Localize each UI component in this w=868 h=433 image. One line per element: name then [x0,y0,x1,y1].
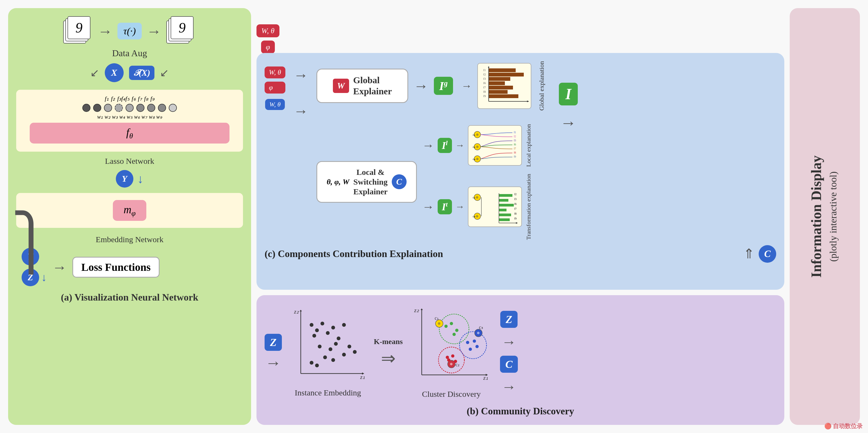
global-explanation-label: Global explanation [538,61,546,111]
community-content: Z → z₁ z₂ [265,303,776,403]
svg-point-105 [447,358,450,362]
svg-point-74 [323,355,327,359]
svg-point-107 [473,340,476,343]
svg-rect-46 [499,194,513,197]
w-badge: W [333,79,349,93]
svg-text:f1: f1 [514,131,516,134]
svg-rect-50 [499,213,511,216]
output-badges: Z → C → [500,311,518,395]
svg-marker-83 [421,309,423,310]
svg-rect-48 [499,204,514,206]
local-explanation-label: Local explanation [525,124,532,167]
svg-point-106 [466,341,469,344]
panel-explanation: W, θ φ W, θ → → W [256,53,784,290]
tau-box: τ(·) [118,23,142,39]
community-title: (b) Community Discovery [265,405,776,417]
svg-rect-49 [499,209,506,211]
data-aug-label: Data Aug [112,48,147,58]
left-inputs: W, θ φ W, θ [265,66,285,110]
svg-text:f2: f2 [514,193,517,196]
svg-point-98 [444,325,447,328]
input-digit-stack: 9 [63,16,93,46]
svg-marker-17 [488,66,490,67]
x-badge: X [105,63,124,82]
main-container: 9 → τ(·) → 9 Data Aug ↙ X 𝒯(X) ↙ [0,0,868,433]
svg-marker-59 [300,310,302,311]
explainers-container: W, θ φ W, θ → → W [265,61,776,240]
svg-rect-12 [489,90,507,94]
svg-text:f3: f3 [483,77,486,80]
w-theta-badge: W, θ [265,66,285,78]
transform-chart: ⊗ c₁ ⊗ c₃ f2 f3 f6 [468,186,522,227]
z-output-badge: Z [500,311,518,328]
watermark: 🔴 自动数位录 [824,422,863,430]
svg-text:c₃: c₃ [479,325,483,330]
output-arrows: → Il → ⊗ c₁ [422,124,532,239]
info-display-subtitle: (plotly interactive tool) [828,171,839,262]
info-display-title: Information Display (plotly interactive … [808,155,842,278]
cluster-container: z₁ z₂ ⊗ c₁ [411,307,492,387]
svg-point-109 [469,348,472,351]
svg-text:f8: f8 [483,90,486,93]
tx-badge: 𝒯(X) [129,66,155,80]
scatter-container: z₁ z₂ [290,309,366,385]
svg-point-108 [475,345,479,348]
svg-point-71 [329,347,332,351]
svg-text:⊗: ⊗ [477,331,480,335]
svg-point-75 [331,358,335,362]
cluster-discovery: z₁ z₂ ⊗ c₁ [411,307,492,399]
c-output-badge: C [500,356,518,373]
arrows-col: → → [293,66,308,119]
svg-text:⊗: ⊗ [476,195,478,199]
svg-text:f9: f9 [514,155,516,158]
arrow-2: → [147,23,161,40]
svg-rect-7 [489,68,516,72]
instance-embedding-label: Instance Embedding [295,388,361,397]
svg-point-68 [337,337,340,340]
svg-marker-54 [516,222,518,224]
svg-point-78 [310,361,313,365]
panel-information-display: Information Display (plotly interactive … [790,8,860,425]
svg-text:f7: f7 [514,207,517,210]
svg-text:c₁: c₁ [473,133,475,136]
it-badge: It [438,199,452,214]
global-explainer-box: W GlobalExplainer [316,69,408,103]
output-digit-stack: 9 [166,16,196,46]
feature-labels: f₁f₂f₃f₄f₅f₆f₇f₈f₉ [22,95,238,102]
svg-rect-13 [489,94,518,98]
svg-text:z₂: z₂ [294,309,299,315]
phi-input-badge: φ [261,40,275,54]
z-input-badge: Z [265,334,282,351]
loss-functions-box: Loss Functions [72,257,160,278]
kmeans-label: K-means [374,337,403,346]
explanation-bottom: (c) Components Contribution Explaination… [265,245,776,263]
svg-point-63 [315,328,319,332]
svg-point-101 [453,333,456,336]
c-badge-explainer: C [392,174,407,189]
svg-rect-8 [489,73,524,77]
svg-point-87 [438,347,464,373]
f-theta-box: fθ [30,123,229,144]
i-badge-right: I [559,83,578,106]
right-content: Information Display (plotly interactive … [808,16,842,417]
panel-left-title: (a) Visualization Neural Network [61,292,198,303]
svg-point-77 [353,350,356,354]
local-explainer-box: θ, φ, W Local &SwitchingExplainer C [316,161,417,203]
svg-text:f2: f2 [483,73,486,76]
svg-point-62 [310,323,313,327]
svg-point-73 [347,345,351,348]
svg-rect-47 [499,199,508,202]
global-chart: f1 f2 f3 f6 f7 f8 f9 [477,63,531,109]
global-explainer-row: W GlobalExplainer → Ig → f1 f2 [316,61,546,111]
svg-point-103 [451,354,454,357]
c-bottom-row: ⇑ C [743,245,776,263]
il-badge: Il [438,138,452,153]
svg-point-65 [312,334,316,338]
svg-point-67 [331,326,335,329]
y-badge-1: Y [116,170,133,187]
y-arrow-row: Y ↓ [116,170,144,187]
svg-text:c₂: c₂ [473,145,475,148]
svg-rect-51 [499,219,510,221]
network-box-wrapper: f₁f₂f₃f₄f₅f₆f₇f₈f₉ w₁w₂w₃w₄w₅w₆w₇w₈w₉ [16,87,243,154]
instance-embedding: z₁ z₂ [290,309,366,397]
